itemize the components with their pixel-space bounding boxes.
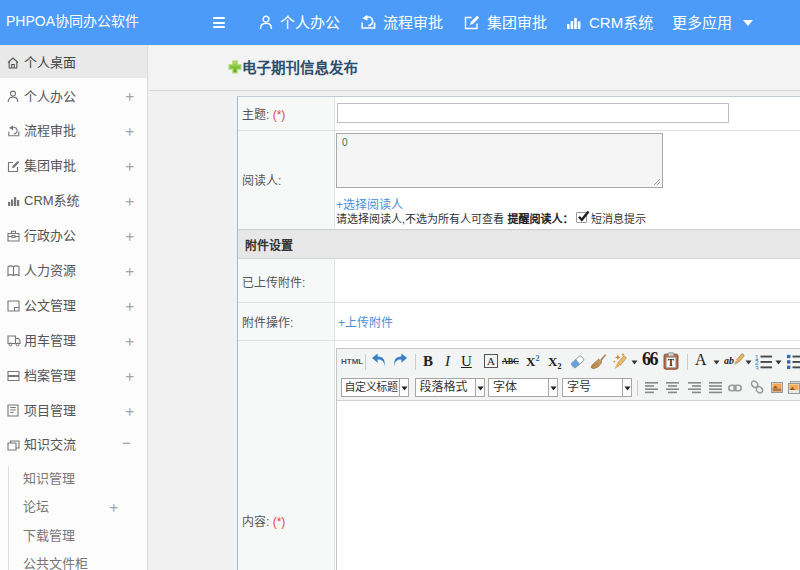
svg-text:3: 3 <box>755 365 759 371</box>
svg-text:T: T <box>668 358 675 368</box>
